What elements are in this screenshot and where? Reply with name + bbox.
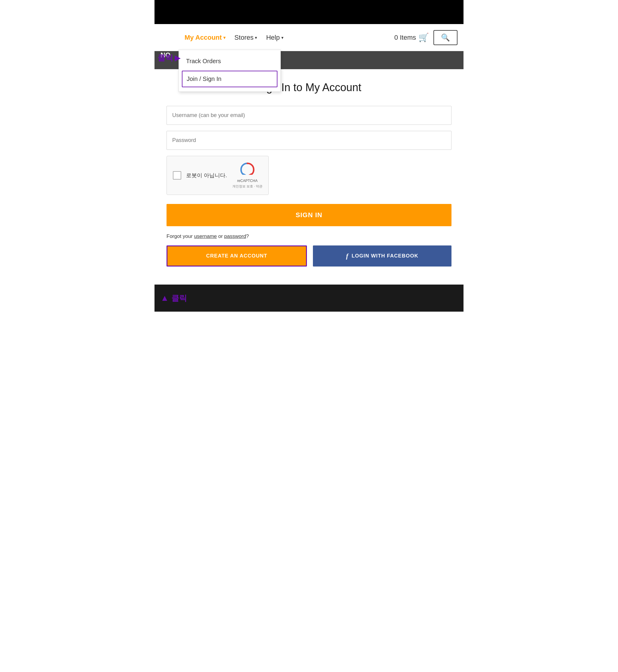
- nav-bar: My Account ▾ Stores ▾ Help ▾ 0 Items 🛒 🔍: [154, 24, 463, 51]
- account-dropdown: Track Orders Join / Sign In: [179, 50, 281, 92]
- create-account-button[interactable]: CREATE AN ACCOUNT: [167, 245, 307, 266]
- forgot-suffix: ?: [246, 233, 249, 239]
- cart-items-label: 0 Items: [394, 34, 416, 41]
- help-label: Help: [266, 34, 280, 41]
- signin-button[interactable]: SIGN IN: [167, 204, 451, 226]
- dropdown-join-sign-in[interactable]: Join / Sign In: [182, 71, 278, 87]
- recaptcha-icon: [240, 162, 255, 177]
- annotation-click-bottom: 클릭: [171, 293, 187, 304]
- my-account-chevron-icon: ▾: [223, 35, 225, 40]
- facebook-login-button[interactable]: f LOGIN WITH FACEBOOK: [313, 245, 451, 266]
- recaptcha-box[interactable]: 로봇이 아닙니다. reCAPTCHA 개인정보 보호 · 약관: [167, 156, 269, 195]
- annotation-left: 클릭 ▶: [158, 53, 181, 63]
- annotation-click-left: 클릭: [158, 53, 173, 63]
- recaptcha-label: 로봇이 아닙니다.: [186, 172, 227, 179]
- forgot-or: or: [217, 233, 224, 239]
- username-input[interactable]: [167, 106, 451, 125]
- recaptcha-left: 로봇이 아닙니다.: [173, 171, 227, 180]
- help-chevron-icon: ▾: [281, 35, 284, 40]
- bottom-buttons: CREATE AN ACCOUNT f LOGIN WITH FACEBOOK: [167, 245, 451, 266]
- username-group: [167, 106, 451, 125]
- nav-left: My Account ▾ Stores ▾ Help ▾: [185, 34, 284, 41]
- recaptcha-checkbox[interactable]: [173, 171, 181, 180]
- cart-icon: 🛒: [418, 32, 429, 43]
- recaptcha-sub-label: 개인정보 보호 · 약관: [232, 184, 263, 189]
- search-icon: 🔍: [441, 33, 450, 42]
- stores-chevron-icon: ▾: [255, 35, 257, 40]
- nav-cart[interactable]: 0 Items 🛒: [394, 32, 429, 43]
- forgot-prefix: Forgot your: [167, 233, 194, 239]
- search-box[interactable]: 🔍: [433, 30, 457, 45]
- main-content: Sign In to My Account 로봇이 아닙니다. reCAP: [154, 69, 463, 284]
- nav-right: 0 Items 🛒 🔍: [394, 30, 457, 45]
- facebook-f-icon: f: [346, 252, 348, 260]
- arrow-right-icon: ▶: [175, 53, 181, 63]
- forgot-credentials-text: Forgot your username or password?: [167, 233, 451, 239]
- recaptcha-right: reCAPTCHA 개인정보 보호 · 약관: [232, 162, 263, 189]
- password-group: [167, 131, 451, 150]
- bottom-bar: ▲ 클릭: [154, 284, 463, 312]
- recaptcha-brand-label: reCAPTCHA: [237, 179, 258, 183]
- forgot-password-link[interactable]: password: [224, 233, 246, 239]
- triangle-up-icon: ▲: [161, 293, 169, 303]
- nav-stores[interactable]: Stores ▾: [234, 34, 257, 41]
- nav-my-account[interactable]: My Account ▾: [185, 34, 225, 41]
- forgot-username-link[interactable]: username: [194, 233, 217, 239]
- password-input[interactable]: [167, 131, 451, 150]
- facebook-button-label: LOGIN WITH FACEBOOK: [352, 253, 418, 259]
- stores-label: Stores: [234, 34, 254, 41]
- my-account-label: My Account: [185, 34, 222, 41]
- nav-help[interactable]: Help ▾: [266, 34, 283, 41]
- dropdown-track-orders[interactable]: Track Orders: [179, 53, 281, 70]
